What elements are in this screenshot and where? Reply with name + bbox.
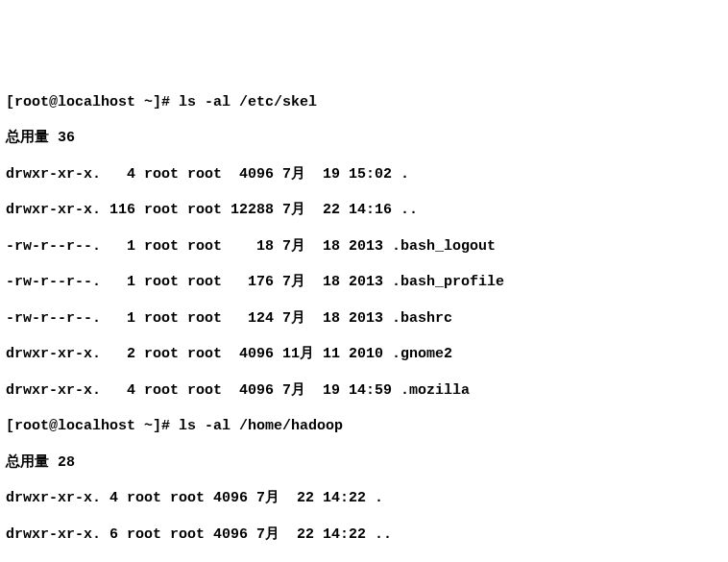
shell-prompt: [root@localhost ~]#: [6, 418, 179, 434]
ls-row: -rw-r--r--. 1 root root 176 7月 18 2013 .…: [6, 274, 722, 292]
ls-row: drwxr-xr-x. 2 root root 4096 11月 11 2010…: [6, 346, 722, 364]
ls-row: -rw-r--r--. 1 root root 18 7月 18 2013 .b…: [6, 238, 722, 257]
prompt-line[interactable]: [root@localhost ~]# ls -al /home/hadoop: [6, 418, 722, 436]
ls-row: drwxr-xr-x. 4 root root 4096 7月 19 15:02…: [6, 166, 722, 184]
terminal-output: [root@localhost ~]# ls -al /etc/skel 总用量…: [6, 76, 722, 562]
ls-row: drwxr-xr-x. 4 root root 4096 7月 22 14:22…: [6, 490, 722, 508]
command-input: ls -al /etc/skel: [179, 94, 317, 110]
ls-row: drwxr-xr-x. 4 root root 4096 7月 19 14:59…: [6, 382, 722, 401]
total-line: 总用量 36: [6, 130, 722, 148]
prompt-line[interactable]: [root@localhost ~]# ls -al /etc/skel: [6, 94, 722, 112]
ls-row: drwxr-xr-x. 6 root root 4096 7月 22 14:22…: [6, 526, 722, 545]
command-input: ls -al /home/hadoop: [179, 418, 343, 434]
total-line: 总用量 28: [6, 454, 722, 473]
ls-row: -rw-r--r--. 1 root root 124 7月 18 2013 .…: [6, 310, 722, 329]
ls-row: drwxr-xr-x. 116 root root 12288 7月 22 14…: [6, 202, 722, 220]
shell-prompt: [root@localhost ~]#: [6, 94, 179, 110]
